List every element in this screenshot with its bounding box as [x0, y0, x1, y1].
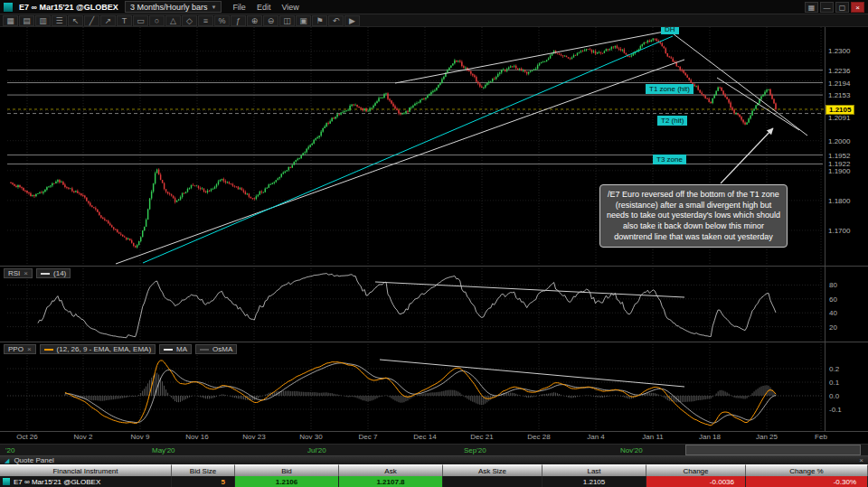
undo-icon[interactable]: ↶: [328, 15, 344, 26]
diamond-tool-icon[interactable]: ◇: [182, 15, 197, 26]
menu-icon[interactable]: ☰: [52, 15, 67, 26]
play-icon[interactable]: ▶: [344, 15, 360, 26]
rsi-title: RSI: [8, 269, 20, 277]
rsi-line-sample-icon: [41, 273, 50, 275]
watchlist-icon[interactable]: ▥: [35, 15, 51, 26]
x-axis-label: Jan 25: [746, 433, 788, 441]
layout-grid-icon[interactable]: ▦: [3, 15, 18, 26]
app-icon: [4, 3, 13, 12]
maximize-icon[interactable]: ▢: [835, 2, 849, 13]
menu-view[interactable]: View: [277, 3, 303, 12]
ma-line-sample-icon: [164, 349, 173, 351]
ppo-chip[interactable]: PPO ×: [4, 344, 36, 354]
trading-platform-window: E7 ∞ Mar15'21 @GLOBEX 3 Months/Hourly ba…: [0, 0, 868, 487]
rsi-close-icon[interactable]: ×: [24, 269, 28, 277]
column-header-ask_size[interactable]: Ask Size: [443, 464, 542, 476]
x-axis-label: Dec 21: [461, 433, 503, 441]
x-axis-label: Nov 2: [62, 433, 104, 441]
trendline-tool-icon[interactable]: ╱: [84, 15, 99, 26]
minimize-icon[interactable]: —: [820, 2, 834, 13]
rsi-chip[interactable]: RSI ×: [4, 268, 33, 278]
quote-cell-last: 1.2105: [542, 476, 646, 487]
quote-panel-expander[interactable]: ◢: [5, 457, 9, 464]
compare-icon[interactable]: ◫: [279, 15, 295, 26]
timeframe-dropdown[interactable]: 3 Months/Hourly bars ▼: [125, 1, 222, 13]
x-axis-label: Dec 7: [347, 433, 389, 441]
osma-sample-icon: [200, 349, 209, 351]
rectangle-tool-icon[interactable]: ▭: [133, 15, 148, 26]
x-axis-label: Jan 11: [632, 433, 674, 441]
rsi-panel-header: RSI × (14): [4, 268, 71, 278]
x-axis-label: Feb: [800, 433, 842, 441]
timeline-scrollbar[interactable]: '20May'20Jul'20Sep'20Nov'20: [0, 444, 868, 455]
chart-annotation-note[interactable]: /E7 Euro reversed off the bottom of the …: [599, 184, 788, 248]
menu-file[interactable]: File: [228, 3, 250, 12]
ppo-ma-label: MA: [176, 345, 187, 353]
timeframe-value: 3 Months/Hourly bars: [130, 3, 208, 12]
instrument-icon: [3, 478, 10, 485]
quote-cell-change: -0.0036: [646, 476, 746, 487]
ellipse-tool-icon[interactable]: ○: [149, 15, 165, 26]
quote-panel-title: Quote Panel: [14, 456, 53, 464]
ppo-osma-legend-chip[interactable]: OsMA: [195, 344, 237, 354]
quote-cell-bid_size: 5: [172, 476, 235, 487]
quote-cell-bid: 1.2106: [235, 476, 339, 487]
quote-cell-change_pct: -0.30%: [746, 476, 868, 487]
column-header-last[interactable]: Last: [542, 464, 646, 476]
pointer-tool-icon[interactable]: ↖: [68, 15, 83, 26]
zoom-out-icon[interactable]: ⊖: [263, 15, 278, 26]
quote-cell-ask_size: [443, 476, 542, 487]
window-title: E7 ∞ Mar15'21 @GLOBEX: [19, 3, 118, 12]
column-header-bid[interactable]: Bid: [235, 464, 339, 476]
chart-style-icon[interactable]: ▤: [19, 15, 34, 26]
triangle-tool-icon[interactable]: △: [165, 15, 181, 26]
close-icon[interactable]: ×: [851, 2, 864, 13]
column-header-bid_size[interactable]: Bid Size: [172, 464, 235, 476]
fibonacci-tool-icon[interactable]: ≡: [198, 15, 213, 26]
column-header-instrument[interactable]: Financial Instrument: [0, 464, 172, 476]
instrument-text: E7 ∞ Mar15'21 @GLOBEX: [14, 478, 100, 486]
ppo-title: PPO: [8, 345, 24, 353]
x-axis-label: Jan 4: [575, 433, 617, 441]
timeline-view-window[interactable]: [685, 445, 861, 455]
menu-edit[interactable]: Edit: [252, 3, 276, 12]
x-axis-label: Oct 26: [6, 433, 48, 441]
quote-cell-ask: 1.2107.8: [339, 476, 443, 487]
x-axis-label: Nov 30: [290, 433, 332, 441]
zoom-in-icon[interactable]: ⊕: [247, 15, 262, 26]
quote-panel-header: ◢ Quote Panel ×: [0, 455, 868, 464]
ppo-close-icon[interactable]: ×: [27, 345, 32, 353]
panel-grid-icon[interactable]: ▦: [805, 2, 818, 13]
ppo-params-chip[interactable]: (12, 26, 9 - EMA, EMA, EMA): [40, 344, 156, 354]
flag-tool-icon[interactable]: ⚑: [312, 15, 327, 26]
rsi-params: (14): [53, 269, 66, 277]
rsi-params-chip[interactable]: (14): [36, 268, 71, 278]
menu-bar: FileEditView: [228, 3, 303, 12]
x-axis-label: Dec 28: [518, 433, 560, 441]
text-tool-icon[interactable]: T: [117, 15, 132, 26]
titlebar: E7 ∞ Mar15'21 @GLOBEX 3 Months/Hourly ba…: [0, 0, 868, 14]
window-controls: ▦—▢×: [805, 2, 864, 13]
t2-zone-label[interactable]: T2 (hit): [657, 116, 687, 126]
ppo-line-sample-icon: [44, 349, 53, 351]
quote-table-header: Financial InstrumentBid SizeBidAskAsk Si…: [0, 464, 868, 476]
arrow-tool-icon[interactable]: ↗: [100, 15, 116, 26]
timeline-label: May'20: [152, 446, 175, 454]
x-axis-label: Dec 14: [404, 433, 446, 441]
quote-cell-instrument: E7 ∞ Mar15'21 @GLOBEX: [0, 476, 172, 487]
t3-zone-label[interactable]: T3 zone: [653, 155, 686, 164]
percent-tool-icon[interactable]: %: [214, 15, 230, 26]
formula-icon[interactable]: ƒ: [231, 15, 246, 26]
chevron-down-icon: ▼: [211, 5, 216, 10]
column-header-change_pct[interactable]: Change %: [746, 464, 868, 476]
quote-panel-close-icon[interactable]: ×: [859, 456, 863, 464]
column-header-change[interactable]: Change: [646, 464, 746, 476]
x-axis-label: Nov 16: [176, 433, 218, 441]
snapshot-icon[interactable]: ▣: [296, 15, 311, 26]
ppo-osma-label: OsMA: [212, 345, 232, 353]
ppo-ma-legend-chip[interactable]: MA: [159, 344, 192, 354]
column-header-ask[interactable]: Ask: [339, 464, 443, 476]
quote-table-row[interactable]: E7 ∞ Mar15'21 @GLOBEX51.21061.2107.81.21…: [0, 476, 868, 487]
t1-zone-label[interactable]: T1 zone (hit): [646, 84, 693, 94]
timeline-label: Sep'20: [464, 446, 486, 454]
